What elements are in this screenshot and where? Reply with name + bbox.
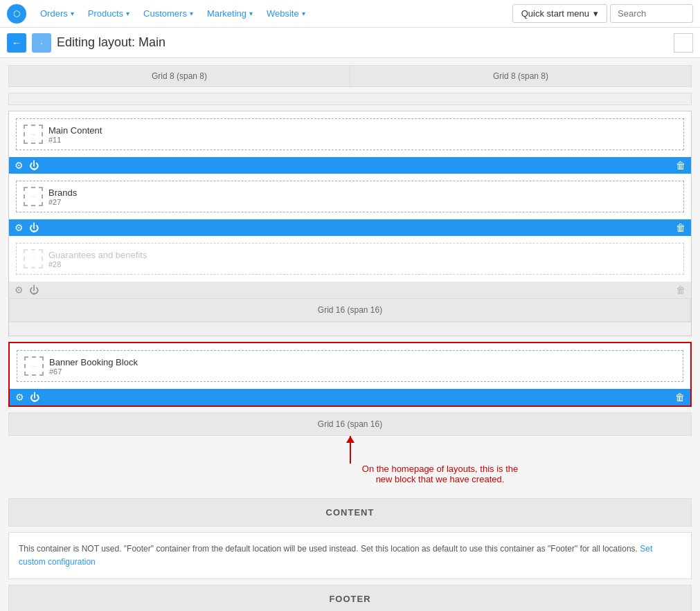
nav-website-label: Website [267,8,299,19]
guarantees-toolbar: ⚙ ⏻ 🗑 [9,282,691,298]
site-logo[interactable]: ⬡ [7,4,26,24]
footer-section-label: FOOTER [8,585,692,611]
guarantees-block: ··· Guarantees and benefits #28 [16,243,684,275]
main-content-section: ··· Main Content #11 ⚙ ⏻ 🗑 [8,111,692,336]
banner-booking-block: ··· Banner Booking Block #67 [17,350,683,382]
nav-website[interactable]: Website ▾ [261,0,311,28]
main-content-power-icon[interactable]: ⏻ [29,160,39,171]
brands-delete-icon[interactable]: 🗑 [676,222,685,233]
main-content-block: ··· Main Content #11 [16,118,684,150]
content-section-label: CONTENT [8,498,692,527]
banner-booking-delete-icon[interactable]: 🗑 [675,392,685,403]
nav-customers[interactable]: Customers ▾ [138,0,199,28]
annotation-arrowhead [346,436,355,443]
brands-icon: ··· [24,187,43,206]
nav-customers-label: Customers [143,8,187,19]
main-content-settings-icon[interactable]: ⚙ [15,160,24,171]
layout-editor: Grid 8 (span 8) Grid 8 (span 8) ··· Main… [0,58,700,611]
spacer-row [8,93,692,105]
brands-settings-icon[interactable]: ⚙ [15,222,24,233]
brands-id: #27 [48,198,77,206]
top-grid-row: Grid 8 (span 8) Grid 8 (span 8) [8,65,692,87]
main-content-icon: ··· [24,125,43,144]
grid-16-annotation-area: Grid 16 (span 16) On the homepage of lay… [8,412,692,498]
grid-top-left-label: Grid 8 (span 8) [9,66,350,86]
sub-header-action-button[interactable] [674,33,693,53]
grid-16-label-2: Grid 16 (span 16) [8,412,692,436]
website-caret-icon: ▾ [302,10,305,17]
banner-booking-name: Banner Booking Block [49,357,138,367]
notice-text: This container is NOT used. "Footer" con… [19,544,640,554]
back-arrow-icon: ← [12,37,21,48]
annotation-container: On the homepage of layouts, this is then… [8,436,692,498]
guarantees-power-icon[interactable]: ⏻ [29,284,39,295]
spacer-below-grid-1 [9,322,691,336]
marketing-caret-icon: ▾ [249,10,253,17]
banner-booking-toolbar: ⚙ ⏻ 🗑 [10,389,690,405]
top-navigation: ⬡ Orders ▾ Products ▾ Customers ▾ Market… [0,0,700,28]
banner-booking-icon: ··· [24,356,44,376]
forward-dot-icon: · [40,37,43,48]
notice-box: This container is NOT used. "Footer" con… [8,532,692,579]
brands-name: Brands [48,188,77,198]
forward-button[interactable]: · [32,33,51,53]
brands-toolbar: ⚙ ⏻ 🗑 [9,219,691,236]
banner-booking-id: #67 [49,367,138,376]
grid-top-right-label: Grid 8 (span 8) [350,66,691,86]
guarantees-settings-icon[interactable]: ⚙ [15,284,24,295]
guarantees-id: #28 [48,260,147,268]
search-input[interactable] [610,4,693,23]
nav-marketing-label: Marketing [207,8,246,19]
nav-products-label: Products [88,8,123,19]
brands-power-icon[interactable]: ⏻ [29,222,39,233]
nav-marketing[interactable]: Marketing ▾ [201,0,258,28]
nav-products[interactable]: Products ▾ [82,0,135,28]
main-content-toolbar: ⚙ ⏻ 🗑 [9,157,691,174]
guarantees-delete-icon[interactable]: 🗑 [676,284,685,295]
products-caret-icon: ▾ [126,10,129,17]
banner-booking-power-icon[interactable]: ⏻ [30,392,39,403]
quick-start-label: Quick start menu [521,8,589,19]
quick-start-menu-button[interactable]: Quick start menu ▾ [512,4,607,23]
customers-caret-icon: ▾ [190,10,193,17]
annotation-text: On the homepage of layouts, this is then… [343,464,537,484]
main-content-name: Main Content [48,125,102,136]
grid-16-label-1: Grid 16 (span 16) [9,298,691,322]
banner-booking-section: ··· Banner Booking Block #67 ⚙ ⏻ 🗑 [8,342,692,407]
orders-caret-icon: ▾ [71,10,74,17]
main-content-delete-icon[interactable]: 🗑 [676,160,685,171]
main-content-id: #11 [48,136,102,144]
guarantees-name: Guarantees and benefits [48,250,147,260]
sub-header: ← · Editing layout: Main [0,28,700,58]
quick-start-caret-icon: ▾ [593,8,598,19]
nav-orders[interactable]: Orders ▾ [35,0,80,28]
guarantees-icon: ··· [24,249,43,268]
banner-booking-settings-icon[interactable]: ⚙ [15,392,24,403]
back-button[interactable]: ← [7,33,26,53]
page-title: Editing layout: Main [57,35,165,50]
brands-block: ··· Brands #27 [16,181,684,212]
nav-orders-label: Orders [40,8,68,19]
